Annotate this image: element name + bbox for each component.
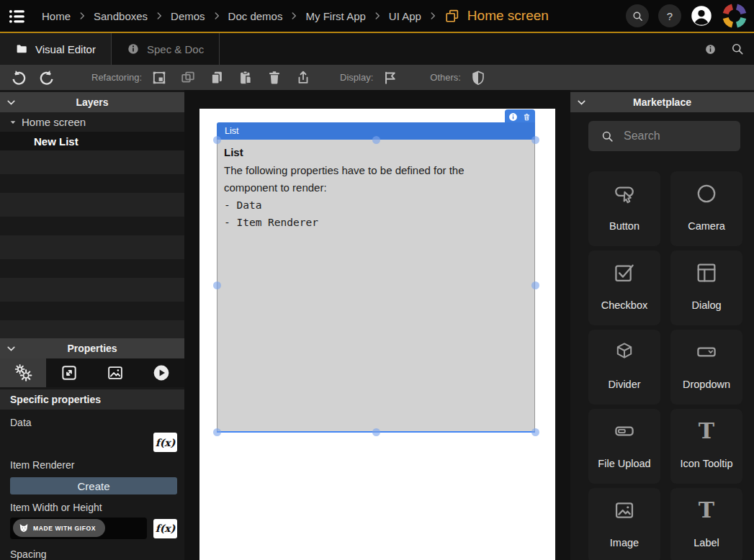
fox-icon — [18, 523, 30, 534]
breadcrumb-item-ui-app[interactable]: UI App — [389, 10, 421, 22]
flag-icon[interactable] — [382, 70, 398, 86]
properties-tab-strip — [0, 358, 184, 387]
list-component-body[interactable]: List The following properties have to be… — [217, 140, 535, 432]
menu-icon[interactable] — [8, 8, 27, 24]
paste-icon[interactable] — [238, 70, 253, 86]
marketplace-item-file-upload[interactable]: File Upload — [588, 409, 660, 484]
unwrap-component-icon[interactable] — [180, 70, 196, 86]
chevron-right-icon — [428, 11, 438, 21]
properties-tab-size[interactable] — [46, 358, 92, 387]
layer-empty-row — [0, 217, 184, 235]
chevron-right-icon — [77, 11, 87, 21]
breadcrumb-item-sandboxes[interactable]: Sandboxes — [94, 10, 148, 22]
properties-panel-header: Properties — [0, 338, 184, 358]
resize-handle-top-left[interactable] — [213, 136, 221, 144]
help-button[interactable]: ? — [658, 4, 681, 27]
account-avatar[interactable] — [691, 5, 712, 27]
redo-icon[interactable] — [38, 69, 55, 86]
app-logo-icon[interactable] — [722, 3, 748, 29]
marketplace-item-label[interactable]: TLabel — [670, 488, 742, 560]
tab-visual-editor[interactable]: Visual Editor — [0, 33, 112, 65]
breadcrumb-item-doc-demos[interactable]: Doc demos — [228, 10, 283, 22]
marketplace-item-camera[interactable]: Camera — [670, 171, 742, 246]
item-width-label: Item Width or Height — [10, 502, 184, 513]
data-fx-button[interactable]: f(x) — [153, 433, 177, 452]
layers-empty-rows — [0, 150, 184, 338]
component-info-icon[interactable] — [508, 112, 518, 121]
marketplace-item-checkbox[interactable]: Checkbox — [588, 250, 660, 325]
search-button[interactable] — [626, 4, 649, 27]
properties-fields: Data f(x) Item Renderer Create Item Widt… — [0, 410, 184, 560]
specific-properties-header: Specific properties — [0, 389, 184, 410]
spacing-label: Spacing — [10, 548, 184, 560]
device-screen[interactable]: List List The following properties have … — [199, 109, 555, 560]
export-icon[interactable] — [295, 70, 311, 86]
properties-title: Properties — [0, 343, 184, 354]
shield-icon[interactable] — [470, 70, 486, 86]
refactoring-group — [151, 70, 311, 86]
required-property-item: - Data — [224, 197, 527, 214]
create-item-renderer-button[interactable]: Create — [10, 477, 177, 494]
display-group — [382, 70, 398, 86]
wrap-component-icon[interactable] — [151, 70, 167, 86]
properties-tab-play[interactable] — [138, 358, 184, 387]
breadcrumb-item-home[interactable]: Home — [42, 10, 71, 22]
marketplace-grid: ButtonCameraCheckboxDialogDividerDropdow… — [588, 171, 754, 560]
item-width-fx-button[interactable]: f(x) — [153, 519, 177, 538]
top-bar: HomeSandboxesDemosDoc demosMy First AppU… — [0, 0, 754, 33]
tab-spec-and-doc[interactable]: Spec & Doc — [112, 33, 220, 65]
marketplace-item-button[interactable]: Button — [588, 171, 660, 246]
chevron-down-icon[interactable] — [5, 343, 17, 355]
marketplace-item-label: Button — [609, 220, 639, 232]
properties-tab-image[interactable] — [92, 358, 138, 387]
resize-handle-bottom-left[interactable] — [213, 428, 221, 436]
delete-icon[interactable] — [266, 70, 282, 86]
marketplace-item-label: Image — [610, 537, 639, 548]
breadcrumb-item-demos[interactable]: Demos — [171, 10, 205, 22]
search-icon[interactable] — [730, 42, 745, 56]
resize-handle-top-center[interactable] — [372, 136, 380, 144]
marketplace-item-icon-tooltip[interactable]: TIcon Tooltip — [670, 409, 742, 484]
text-icon: T — [695, 420, 718, 443]
properties-tab-settings[interactable] — [0, 358, 46, 387]
marketplace-item-divider[interactable]: Divider — [588, 330, 660, 405]
tabbar-actions — [704, 33, 745, 65]
layer-empty-row — [0, 150, 184, 174]
checkbox-icon — [613, 261, 636, 284]
resize-handle-top-right[interactable] — [531, 136, 539, 144]
undo-icon[interactable] — [10, 69, 27, 86]
button-icon — [613, 182, 636, 205]
marketplace-title: Marketplace — [570, 96, 754, 108]
marketplace-search-input[interactable] — [624, 130, 732, 143]
layer-item-new-list[interactable]: New List — [0, 132, 184, 150]
file-upload-icon — [613, 420, 636, 443]
resize-handle-bottom-right[interactable] — [531, 428, 539, 436]
screen-icon — [444, 8, 460, 24]
item-renderer-label: Item Renderer — [10, 459, 184, 471]
dropdown-icon — [695, 340, 718, 363]
marketplace-item-dropdown[interactable]: Dropdown — [670, 330, 742, 405]
divider-icon — [613, 340, 636, 363]
marketplace-item-label: Dropdown — [683, 379, 730, 390]
layer-empty-row — [0, 174, 184, 193]
item-width-input[interactable]: MADE WITH GIFOX — [10, 518, 147, 539]
info-icon[interactable] — [704, 43, 717, 55]
caret-down-icon[interactable] — [7, 117, 19, 128]
component-delete-icon[interactable] — [522, 112, 531, 121]
editor-toolbar: Refactoring: Display: Others: — [0, 65, 754, 90]
resize-handle-mid-left[interactable] — [213, 281, 221, 289]
selection-action-tab — [505, 109, 535, 123]
layer-empty-row — [0, 235, 184, 259]
layer-item-home-screen[interactable]: Home screen — [0, 112, 184, 132]
resize-handle-bottom-center[interactable] — [372, 428, 380, 436]
copy-icon[interactable] — [209, 70, 225, 86]
chevron-down-icon[interactable] — [5, 96, 17, 109]
chevron-right-icon — [372, 11, 382, 21]
marketplace-item-image[interactable]: Image — [588, 488, 660, 560]
marketplace-item-dialog[interactable]: Dialog — [670, 250, 742, 325]
resize-handle-mid-right[interactable] — [531, 281, 539, 289]
chevron-down-icon[interactable] — [575, 96, 588, 109]
marketplace-search[interactable] — [588, 121, 740, 151]
breadcrumb-item-my-first-app[interactable]: My First App — [305, 10, 365, 22]
left-panel: Layers Home screen New List Properties S… — [0, 90, 184, 560]
